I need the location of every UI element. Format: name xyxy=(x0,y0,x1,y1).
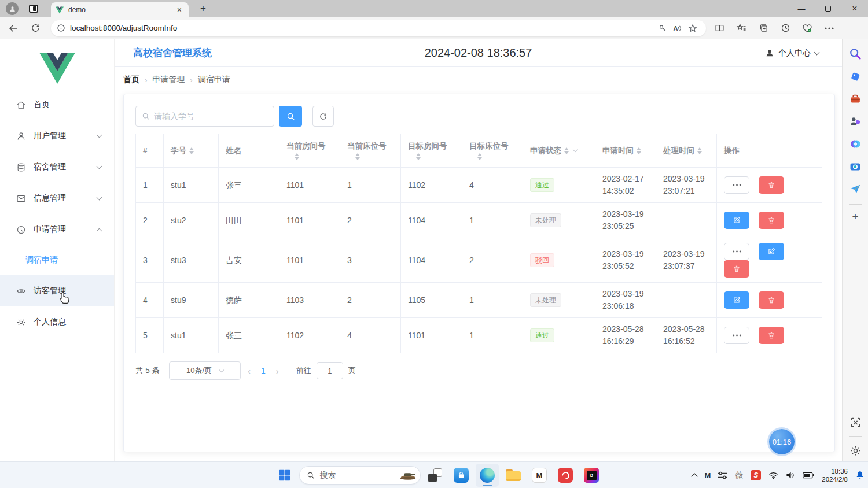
more-actions-button[interactable] xyxy=(724,327,749,344)
edit-button[interactable] xyxy=(759,243,784,260)
more-actions-button[interactable] xyxy=(724,243,749,260)
col-current-room[interactable]: 当前房间号 xyxy=(279,134,340,168)
next-page-button[interactable]: › xyxy=(269,366,286,376)
sort-carets-icon[interactable] xyxy=(564,147,569,154)
recording-timer-bubble[interactable]: 01:16 xyxy=(769,429,795,454)
sidebar-drop-icon[interactable] xyxy=(847,180,864,198)
sidebar-toolbox-icon[interactable] xyxy=(847,90,864,108)
battery-icon[interactable] xyxy=(803,472,814,479)
window-close-button[interactable]: × xyxy=(841,0,868,17)
speaker-icon[interactable] xyxy=(786,471,795,479)
tray-clock[interactable]: 18:36 2024/2/8 xyxy=(822,467,848,484)
edit-button[interactable] xyxy=(724,291,749,309)
tab-workspaces-icon[interactable] xyxy=(29,5,38,13)
file-explorer-button[interactable] xyxy=(502,464,525,487)
tray-ime-icon[interactable]: 薇 xyxy=(735,470,743,480)
edge-browser-button[interactable] xyxy=(476,464,499,487)
window-minimize-button[interactable]: — xyxy=(788,0,815,17)
tray-typora-icon[interactable]: M xyxy=(704,471,710,480)
breadcrumb-apply-mgmt[interactable]: 申请管理 xyxy=(152,75,185,85)
tab-close-icon[interactable]: × xyxy=(175,5,184,14)
col-status[interactable]: 申请状态 xyxy=(523,134,595,168)
delete-button[interactable] xyxy=(759,327,784,344)
favorites-icon[interactable] xyxy=(733,20,750,37)
goto-page-input[interactable] xyxy=(317,362,343,379)
sort-carets-icon[interactable] xyxy=(697,147,702,154)
sort-carets-icon[interactable] xyxy=(355,153,360,160)
col-student-id[interactable]: 学号 xyxy=(164,134,219,168)
sidebar-screenshot-icon[interactable] xyxy=(847,413,864,431)
sort-carets-icon[interactable] xyxy=(637,147,641,154)
start-button[interactable] xyxy=(273,464,296,487)
filter-chevron-icon[interactable] xyxy=(573,147,578,152)
read-aloud-icon[interactable]: A xyxy=(670,21,685,36)
collections-icon[interactable] xyxy=(755,20,772,37)
sidebar-item-dorms[interactable]: 宿舍管理 xyxy=(0,151,114,183)
refresh-button[interactable] xyxy=(27,20,44,37)
reset-button[interactable] xyxy=(312,106,334,127)
back-button[interactable] xyxy=(5,20,22,37)
split-screen-icon[interactable] xyxy=(711,20,728,37)
sidebar-search-icon[interactable] xyxy=(847,45,864,62)
col-apply-time[interactable]: 申请时间 xyxy=(595,134,656,168)
favorite-star-icon[interactable] xyxy=(685,21,700,36)
password-key-icon[interactable] xyxy=(655,21,670,36)
sidebar-designer-icon[interactable] xyxy=(847,135,864,153)
task-view-button[interactable] xyxy=(424,464,447,487)
sidebar-item-profile[interactable]: 个人信息 xyxy=(0,306,114,338)
intellij-idea-button[interactable]: IJ xyxy=(580,464,603,487)
browser-essentials-icon[interactable] xyxy=(799,20,816,37)
address-bar[interactable]: localhost:8080/adjustRoomInfo A xyxy=(51,20,706,36)
sidebar-shopping-icon[interactable] xyxy=(847,68,864,85)
sort-carets-icon[interactable] xyxy=(477,153,482,160)
col-target-bed[interactable]: 目标床位号 xyxy=(462,134,523,168)
history-icon[interactable] xyxy=(777,20,794,37)
sort-carets-icon[interactable] xyxy=(416,153,421,160)
sidebar-games-icon[interactable] xyxy=(847,113,864,130)
delete-button[interactable] xyxy=(759,176,784,194)
page-size-select[interactable]: 10条/页 xyxy=(169,361,241,380)
more-actions-button[interactable] xyxy=(724,176,749,194)
prev-page-button[interactable]: ‹ xyxy=(241,366,258,376)
notification-bell-icon[interactable] xyxy=(855,471,865,480)
sidebar-subitem-adjust-room[interactable]: 调宿申请 xyxy=(0,245,114,275)
taskbar-search-box[interactable]: 搜索 xyxy=(299,466,421,485)
typora-button[interactable]: M xyxy=(528,464,551,487)
sidebar-item-home[interactable]: 首页 xyxy=(0,89,114,120)
microsoft-store-button[interactable] xyxy=(450,464,473,487)
tray-sliders-icon[interactable] xyxy=(718,471,727,479)
window-restore-button[interactable] xyxy=(815,0,841,17)
delete-button[interactable] xyxy=(759,291,784,309)
site-info-icon[interactable] xyxy=(57,24,65,32)
edit-button[interactable] xyxy=(724,212,749,229)
browser-profile-avatar[interactable] xyxy=(6,2,19,15)
screen: demo × + — × localhost:8080/adjustRoomIn… xyxy=(0,0,868,488)
new-tab-button[interactable]: + xyxy=(197,3,209,14)
sidebar-item-applications[interactable]: 申请管理 xyxy=(0,214,114,245)
sidebar-item-users[interactable]: 用户管理 xyxy=(0,120,114,151)
edit-icon xyxy=(733,216,741,224)
sidebar-settings-icon[interactable] xyxy=(847,442,864,459)
browser-tab[interactable]: demo × xyxy=(51,2,189,17)
col-current-bed[interactable]: 当前床位号 xyxy=(340,134,401,168)
search-button[interactable] xyxy=(279,106,302,127)
music-app-button[interactable] xyxy=(554,464,577,487)
wifi-icon[interactable] xyxy=(768,472,778,479)
col-handle-time[interactable]: 处理时间 xyxy=(656,134,717,168)
sidebar-item-messages[interactable]: 信息管理 xyxy=(0,183,114,214)
col-target-room[interactable]: 目标房间号 xyxy=(401,134,462,168)
tray-expand-icon[interactable] xyxy=(692,473,698,479)
sidebar-item-visitors[interactable]: 访客管理 xyxy=(0,275,114,306)
sort-carets-icon[interactable] xyxy=(295,153,299,160)
user-center-menu[interactable]: 个人中心 xyxy=(765,48,819,58)
student-id-search-input[interactable] xyxy=(154,112,268,121)
sidebar-add-icon[interactable]: + xyxy=(852,210,858,223)
breadcrumb-home[interactable]: 首页 xyxy=(123,75,139,85)
browser-menu-icon[interactable] xyxy=(821,20,838,37)
current-page[interactable]: 1 xyxy=(258,366,269,375)
sidebar-camera-icon[interactable] xyxy=(847,158,864,175)
delete-button[interactable] xyxy=(759,212,784,229)
tray-sogou-icon[interactable]: S xyxy=(751,470,761,480)
delete-button[interactable] xyxy=(724,260,749,278)
sort-carets-icon[interactable] xyxy=(189,147,194,154)
